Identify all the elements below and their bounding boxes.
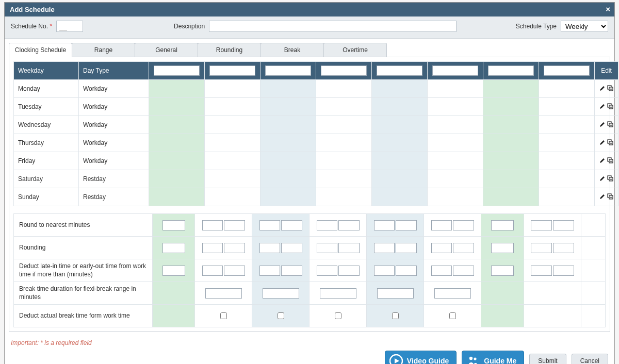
clock-cell[interactable] — [149, 134, 205, 152]
clock-cell[interactable] — [428, 134, 483, 152]
col-clock-5-input[interactable] — [377, 65, 422, 76]
opt-input[interactable] — [553, 243, 574, 253]
clock-cell[interactable] — [372, 98, 428, 116]
edit-cell[interactable] — [595, 80, 618, 98]
clock-cell[interactable] — [539, 188, 595, 206]
col-clock-1-input[interactable] — [154, 65, 200, 76]
clock-cell[interactable] — [205, 80, 260, 98]
opt-input[interactable] — [320, 288, 356, 299]
clock-cell[interactable] — [483, 98, 539, 116]
opt-input[interactable] — [491, 220, 514, 230]
tab-break[interactable]: Break — [260, 43, 324, 57]
opt-input[interactable] — [374, 220, 395, 230]
edit-cell[interactable] — [595, 188, 618, 206]
clock-cell[interactable] — [428, 188, 483, 206]
clock-cell[interactable] — [428, 116, 483, 134]
opt-input[interactable] — [259, 243, 281, 253]
clock-cell[interactable] — [539, 134, 595, 152]
clock-cell[interactable] — [428, 152, 483, 170]
col-clock-3-input[interactable] — [265, 65, 311, 76]
clock-cell[interactable] — [149, 170, 205, 188]
clock-cell[interactable] — [539, 152, 595, 170]
opt-input[interactable] — [434, 288, 471, 299]
opt-input[interactable] — [553, 266, 574, 276]
guide-me-button[interactable]: Guide Me — [462, 351, 524, 364]
opt-input[interactable] — [317, 266, 338, 276]
clock-cell[interactable] — [205, 116, 260, 134]
clock-cell[interactable] — [316, 152, 372, 170]
tab-general[interactable]: General — [135, 43, 198, 57]
opt-input[interactable] — [281, 243, 302, 253]
tab-overtime[interactable]: Overtime — [323, 43, 387, 57]
schedule-type-select[interactable]: Weekly — [561, 21, 608, 32]
clock-cell[interactable] — [149, 116, 205, 134]
clock-cell[interactable] — [205, 134, 260, 152]
clock-cell[interactable] — [316, 134, 372, 152]
clock-cell[interactable] — [316, 98, 372, 116]
clock-cell[interactable] — [260, 80, 316, 98]
tab-rounding[interactable]: Rounding — [198, 43, 261, 57]
opt-input[interactable] — [259, 266, 281, 276]
tab-range[interactable]: Range — [72, 43, 135, 57]
opt-input[interactable] — [396, 220, 417, 230]
edit-cell[interactable] — [595, 116, 618, 134]
clock-cell[interactable] — [372, 116, 428, 134]
opt-input[interactable] — [338, 266, 360, 276]
clock-cell[interactable] — [428, 170, 483, 188]
opt-input[interactable] — [162, 266, 185, 276]
opt-checkbox[interactable] — [335, 312, 341, 319]
clock-cell[interactable] — [372, 134, 428, 152]
tab-clocking-schedule[interactable]: Clocking Schedule — [9, 43, 72, 57]
opt-checkbox[interactable] — [392, 312, 399, 319]
video-guide-button[interactable]: Video Guide — [385, 351, 457, 364]
clock-cell[interactable] — [372, 170, 428, 188]
col-clock-6-input[interactable] — [432, 65, 478, 76]
opt-checkbox[interactable] — [278, 312, 284, 319]
edit-cell[interactable] — [595, 170, 618, 188]
edit-cell[interactable] — [595, 152, 618, 170]
clock-cell[interactable] — [372, 188, 428, 206]
opt-input[interactable] — [205, 288, 242, 299]
opt-input[interactable] — [491, 266, 514, 276]
opt-input[interactable] — [224, 243, 245, 253]
opt-checkbox[interactable] — [220, 312, 227, 319]
clock-cell[interactable] — [316, 170, 372, 188]
opt-input[interactable] — [531, 266, 552, 276]
opt-input[interactable] — [374, 243, 395, 253]
clock-cell[interactable] — [316, 188, 372, 206]
clock-cell[interactable] — [260, 188, 316, 206]
clock-cell[interactable] — [205, 98, 260, 116]
col-clock-8-input[interactable] — [544, 65, 590, 76]
clock-cell[interactable] — [316, 116, 372, 134]
opt-input[interactable] — [453, 243, 474, 253]
clock-cell[interactable] — [260, 116, 316, 134]
col-clock-7-input[interactable] — [488, 65, 534, 76]
description-input[interactable] — [209, 21, 457, 32]
opt-input[interactable] — [202, 220, 223, 230]
clock-cell[interactable] — [539, 116, 595, 134]
col-clock-4-input[interactable] — [321, 65, 367, 76]
opt-input[interactable] — [281, 220, 302, 230]
clock-cell[interactable] — [205, 170, 260, 188]
clock-cell[interactable] — [483, 134, 539, 152]
clock-cell[interactable] — [483, 188, 539, 206]
opt-input[interactable] — [453, 220, 474, 230]
opt-input[interactable] — [338, 243, 360, 253]
clock-cell[interactable] — [483, 80, 539, 98]
opt-input[interactable] — [396, 243, 417, 253]
clock-cell[interactable] — [539, 170, 595, 188]
clock-cell[interactable] — [205, 152, 260, 170]
clock-cell[interactable] — [428, 80, 483, 98]
opt-input[interactable] — [162, 243, 185, 253]
clock-cell[interactable] — [372, 152, 428, 170]
opt-input[interactable] — [431, 266, 452, 276]
opt-input[interactable] — [263, 288, 299, 299]
clock-cell[interactable] — [205, 188, 260, 206]
opt-input[interactable] — [259, 220, 281, 230]
opt-input[interactable] — [338, 220, 360, 230]
cancel-button[interactable]: Cancel — [572, 354, 608, 364]
opt-input[interactable] — [281, 266, 302, 276]
clock-cell[interactable] — [260, 134, 316, 152]
submit-button[interactable]: Submit — [529, 354, 566, 364]
opt-checkbox[interactable] — [449, 312, 456, 319]
